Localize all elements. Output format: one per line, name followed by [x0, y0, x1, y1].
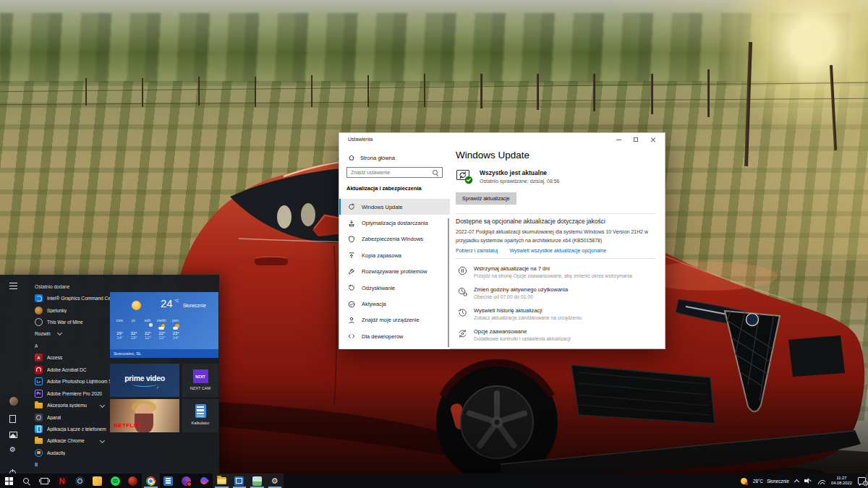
window-title: Ustawienia: [348, 137, 373, 142]
app-item-access[interactable]: A Access: [35, 352, 110, 364]
activation-icon: [348, 301, 355, 308]
app-item-audacity[interactable]: Audacity: [35, 447, 110, 458]
home-label: Strona główna: [360, 155, 395, 161]
tray-weather[interactable]: 28°C Słonecznie: [753, 479, 789, 484]
weather-condition: Słonecznie: [183, 303, 206, 308]
tray-weather-icon[interactable]: [741, 478, 747, 484]
taskbar-game[interactable]: [124, 474, 142, 488]
advanced-options-item[interactable]: Opcje zaawansowane Dodatkowe kontrolki i…: [456, 328, 658, 349]
folder-icon: [35, 403, 43, 408]
download-install-link[interactable]: Pobierz i zainstaluj: [456, 248, 498, 253]
taskbar-chrome[interactable]: [142, 474, 160, 488]
divider: [456, 258, 655, 259]
network-icon[interactable]: [817, 478, 825, 484]
weather-tile[interactable]: 24 °C Słonecznie czw. 29° 14° pt. 32° 19…: [110, 292, 218, 358]
active-hours-icon: [458, 287, 467, 296]
audacity-icon: [35, 449, 43, 457]
sidebar-item-recovery[interactable]: Odzyskiwanie: [339, 280, 450, 296]
sidebar-item-windows-security[interactable]: Zabezpieczenia Windows: [339, 231, 450, 247]
sidebar-item-windows-update[interactable]: Windows Update: [339, 199, 450, 215]
taskbar-paint3d[interactable]: [195, 474, 213, 488]
pictures-icon[interactable]: [9, 432, 17, 438]
sidebar-item-find-device[interactable]: Znajdź moje urządzenie: [339, 312, 450, 328]
taskbar-launcher[interactable]: [177, 474, 195, 488]
taskbar-settings[interactable]: ⚙: [266, 474, 284, 488]
maximize-button[interactable]: [627, 133, 644, 146]
folder-item-system-accessories[interactable]: Akcesoria systemu: [35, 399, 110, 411]
netflix-tile[interactable]: NETFLIX: [110, 399, 179, 432]
status-subtitle: Ostatnio sprawdzane: dzisiaj, 08:56: [480, 179, 560, 184]
user-avatar[interactable]: [9, 397, 18, 406]
chevron-down-icon: [100, 438, 105, 443]
section-header-b[interactable]: B: [35, 459, 110, 471]
calculator-tile[interactable]: Kalkulator: [182, 399, 218, 432]
taskbar-netflix[interactable]: [54, 474, 72, 488]
recovery-icon: [348, 284, 355, 291]
task-view-button[interactable]: [35, 474, 54, 488]
view-all-optional-link[interactable]: Wyświetl wszystkie aktualizacje opcjonal…: [509, 248, 606, 253]
optional-updates-heading: Dostępne są opcjonalne aktualizacje doty…: [456, 218, 658, 225]
calculator-icon: [163, 476, 173, 486]
taskbar-steam[interactable]: [71, 474, 89, 488]
sidebar-scrollbar[interactable]: [448, 218, 449, 347]
prime-video-tile[interactable]: prime video: [110, 364, 179, 397]
task-view-icon: [41, 478, 48, 484]
sidebar-item-delivery-optimization[interactable]: Optymalizacja dostarczania: [339, 215, 450, 231]
settings-gear-icon[interactable]: ⚙: [9, 446, 16, 453]
sidebar-section-header: Aktualizacja i zabezpieczenia: [346, 185, 450, 192]
current-temp: 24: [161, 297, 173, 309]
taskbar-calculator[interactable]: [160, 474, 178, 488]
action-center-icon[interactable]: 1: [858, 477, 866, 484]
app-item-this-war-of-mine[interactable]: This War of Mine: [35, 316, 110, 328]
taskbar-spotify[interactable]: [106, 474, 124, 488]
section-header-a[interactable]: A: [35, 340, 110, 351]
update-history-item[interactable]: Wyświetl historię aktualizacji Zobacz ak…: [456, 307, 658, 328]
taskbar-notes[interactable]: [89, 474, 107, 488]
app-item-camera[interactable]: Aparat: [35, 411, 110, 423]
app-item-lightroom[interactable]: Lr Adobe Photoshop Lightroom 5.7.1 64...: [35, 376, 110, 388]
tray-date: 04.08.2022: [831, 481, 852, 486]
pause-icon: [458, 266, 467, 275]
sidebar-item-developers[interactable]: Dla deweloperów: [339, 328, 450, 344]
sidebar-item-backup[interactable]: Kopia zapasowa: [339, 247, 450, 263]
hamburger-menu-icon[interactable]: [9, 283, 17, 289]
title-bar[interactable]: Ustawienia: [339, 133, 665, 146]
taskbar-photos[interactable]: [248, 474, 266, 488]
expand-row[interactable]: Rozwiń: [35, 328, 110, 340]
settings-search-box[interactable]: [346, 167, 443, 178]
minimize-button[interactable]: [610, 133, 627, 146]
app-item-spelunky[interactable]: Spelunky: [35, 304, 110, 316]
active-hours-item[interactable]: Zmień godziny aktywnego użytkowania Obec…: [456, 286, 658, 307]
mail-icon: [234, 476, 244, 486]
documents-icon[interactable]: [9, 415, 16, 423]
app-item-phone-link[interactable]: Aplikacja Łącze z telefonem: [35, 423, 110, 435]
taskbar-mail[interactable]: [231, 474, 249, 488]
sidebar-item-troubleshoot[interactable]: Rozwiązywanie problemów: [339, 264, 450, 280]
nzxt-cam-tile[interactable]: NZXT NZXT CAM: [182, 364, 218, 397]
check-updates-button[interactable]: Sprawdź aktualizacje: [456, 192, 516, 205]
app-item-intel-graphics[interactable]: Intel® Graphics Command Center (Be...: [35, 292, 110, 304]
forecast-day: pt. 32° 19°: [127, 318, 140, 340]
phone-link-icon: [35, 425, 43, 433]
sidebar-item-home[interactable]: Strona główna: [348, 154, 450, 161]
volume-icon[interactable]: [804, 477, 812, 484]
netflix-icon: [57, 476, 67, 486]
app-item-acrobat[interactable]: Adobe Acrobat DC: [35, 364, 110, 375]
partly-cloudy-icon: [173, 325, 179, 330]
pause-updates-item[interactable]: Wstrzymaj aktualizacje na 7 dni Przejdź …: [456, 265, 658, 286]
start-button[interactable]: [0, 474, 18, 488]
steam-icon: [75, 476, 85, 486]
taskbar-search-button[interactable]: [18, 474, 36, 488]
app-item-premiere[interactable]: Pr Adobe Premiere Pro 2020: [35, 388, 110, 399]
sun-icon: [132, 301, 141, 310]
close-button[interactable]: [644, 133, 662, 146]
clock[interactable]: 11:27 04.08.2022: [831, 476, 852, 486]
tile-label: Kalkulator: [192, 421, 210, 425]
sidebar-item-activation[interactable]: Aktywacja: [339, 296, 450, 312]
search-input[interactable]: [347, 170, 432, 175]
chevron-down-icon: [100, 403, 105, 408]
taskbar-file-explorer[interactable]: [213, 474, 231, 488]
hidden-icons-chevron[interactable]: [794, 479, 799, 484]
maximize-icon: [634, 137, 638, 142]
folder-item-chrome-apps[interactable]: Aplikacje Chrome: [35, 435, 110, 447]
